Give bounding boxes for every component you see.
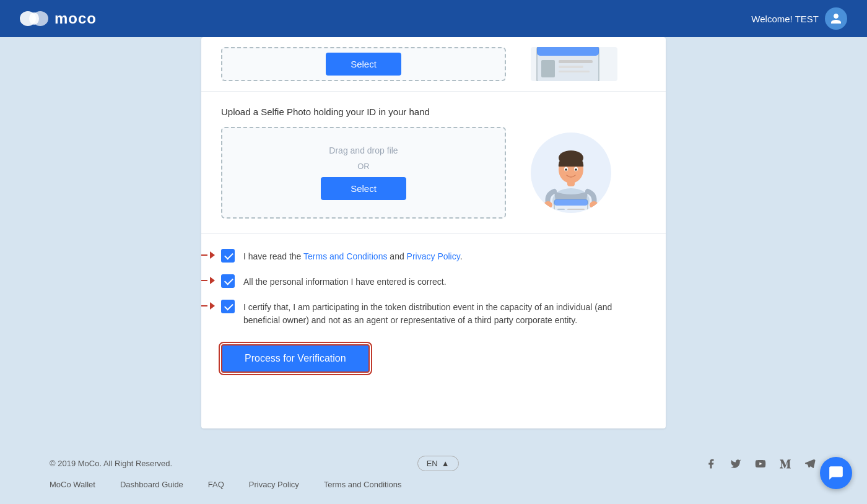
svg-point-19 <box>590 201 598 209</box>
or-text: OR <box>357 162 370 171</box>
top-section: Select <box>201 37 666 92</box>
telegram-icon[interactable] <box>803 456 817 471</box>
svg-point-18 <box>544 201 552 209</box>
svg-rect-21 <box>554 199 588 206</box>
drag-text: Drag and drop file <box>329 146 398 155</box>
svg-rect-22 <box>557 209 565 210</box>
svg-rect-6 <box>559 60 593 63</box>
check-1-text: I have read the Terms and Conditions and… <box>243 249 463 263</box>
arrow-indicator-3 <box>201 302 215 310</box>
selfie-content: Drag and drop file OR Select <box>221 127 646 219</box>
footer-link-faq[interactable]: FAQ <box>208 480 224 489</box>
top-upload-box[interactable]: Select <box>221 47 506 81</box>
svg-rect-5 <box>541 60 555 77</box>
checks-section: I have read the Terms and Conditions and… <box>201 234 666 393</box>
footer-link-guide[interactable]: Dashboard Guide <box>120 480 183 489</box>
chat-button[interactable] <box>820 457 852 489</box>
chevron-up-icon: ▲ <box>442 459 450 468</box>
selfie-illustration <box>531 133 611 213</box>
footer-copyright: © 2019 MoCo. All Right Reserved. <box>50 459 172 468</box>
header: moco Welcome! TEST <box>0 0 867 37</box>
check-3-text: I certify that, I am participating in th… <box>243 300 646 327</box>
selfie-drop-box[interactable]: Drag and drop file OR Select <box>221 127 506 219</box>
checkbox-2-wrapper[interactable] <box>221 274 235 288</box>
svg-rect-23 <box>567 209 585 210</box>
logo-area: moco <box>20 9 97 28</box>
id-card-preview <box>531 47 617 81</box>
svg-rect-4 <box>537 47 599 56</box>
language-selector[interactable]: EN ▲ <box>417 456 459 471</box>
arrow-indicator-2 <box>201 277 215 284</box>
header-right: Welcome! TEST <box>751 7 847 30</box>
facebook-icon[interactable] <box>704 456 718 471</box>
twitter-icon[interactable] <box>728 456 743 471</box>
selfie-title: Upload a Selfie Photo holding your ID in… <box>221 106 646 117</box>
check-2-text: All the personal information I have ente… <box>243 274 447 289</box>
footer-link-privacy[interactable]: Privacy Policy <box>249 480 299 489</box>
check-row-1: I have read the Terms and Conditions and… <box>221 249 646 263</box>
footer-links: MoCo Wallet Dashboard Guide FAQ Privacy … <box>50 480 817 489</box>
footer-link-terms[interactable]: Terms and Conditions <box>324 480 402 489</box>
lang-text: EN <box>427 459 438 468</box>
terms-link[interactable]: Terms and Conditions <box>303 251 387 261</box>
selfie-section: Upload a Selfie Photo holding your ID in… <box>201 92 666 234</box>
privacy-link[interactable]: Privacy Policy <box>407 251 460 261</box>
svg-point-16 <box>565 168 567 171</box>
checkbox-3-wrapper[interactable] <box>221 300 235 313</box>
welcome-text: Welcome! TEST <box>751 14 819 24</box>
footer-link-wallet[interactable]: MoCo Wallet <box>50 480 95 489</box>
svg-point-17 <box>575 168 577 171</box>
process-verification-button[interactable]: Process for Verification <box>221 344 370 373</box>
logo-text: moco <box>54 10 97 27</box>
selfie-select-button[interactable]: Select <box>321 177 406 200</box>
check-row-2: All the personal information I have ente… <box>221 274 646 289</box>
checkbox-1-wrapper[interactable] <box>221 249 235 263</box>
footer-top: © 2019 MoCo. All Right Reserved. EN ▲ <box>50 456 817 471</box>
main-content: Select Upload a Selfie Photo holding you… <box>0 37 867 441</box>
logo-icon <box>20 9 48 28</box>
top-select-button[interactable]: Select <box>326 53 401 76</box>
user-avatar[interactable] <box>825 7 847 30</box>
social-icons <box>704 456 817 471</box>
svg-point-2 <box>29 12 39 25</box>
svg-rect-7 <box>559 66 583 68</box>
svg-rect-8 <box>559 71 590 72</box>
arrow-indicator-1 <box>201 251 215 259</box>
card: Select Upload a Selfie Photo holding you… <box>201 37 666 428</box>
check-row-3: I certify that, I am participating in th… <box>221 300 646 327</box>
medium-icon[interactable] <box>778 456 793 471</box>
youtube-icon[interactable] <box>753 456 768 471</box>
footer: © 2019 MoCo. All Right Reserved. EN ▲ Mo… <box>0 441 867 504</box>
